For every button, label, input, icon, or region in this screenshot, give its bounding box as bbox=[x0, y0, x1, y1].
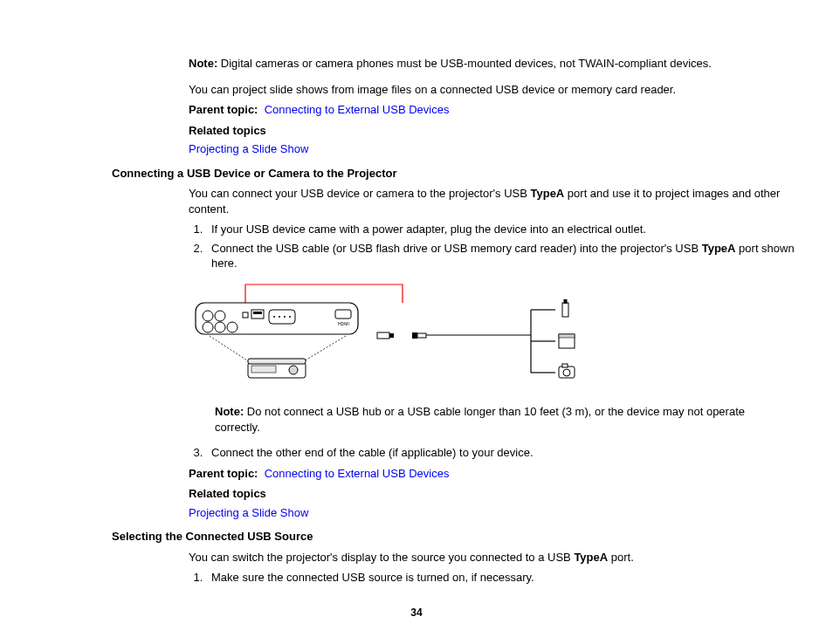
text-fragment: Connect the USB cable (or USB flash driv… bbox=[211, 242, 702, 255]
ordered-list-2: Connect the other end of the cable (if a… bbox=[189, 445, 798, 461]
typea-bold: TypeA bbox=[702, 242, 736, 255]
svg-rect-22 bbox=[412, 332, 417, 339]
step-text: Connect the other end of the cable (if a… bbox=[211, 446, 534, 459]
text-fragment: You can switch the projector's display t… bbox=[189, 551, 574, 564]
svg-rect-29 bbox=[562, 303, 568, 317]
text-fragment: port. bbox=[608, 551, 634, 564]
svg-text:HDMI: HDMI bbox=[338, 321, 349, 326]
paragraph-connect-intro: You can connect your USB device or camer… bbox=[189, 186, 798, 216]
related-topics-row-1: Related topics bbox=[189, 123, 798, 139]
note-block-1: Note: Digital cameras or camera phones m… bbox=[189, 56, 798, 72]
steps-container-2: Connect the other end of the cable (if a… bbox=[189, 445, 798, 461]
typea-bold: TypeA bbox=[574, 551, 608, 564]
related-link-row-1: Projecting a Slide Show bbox=[189, 141, 798, 157]
heading-selecting: Selecting the Connected USB Source bbox=[112, 529, 798, 545]
parent-topic-label: Parent topic: bbox=[189, 103, 258, 116]
page-number: 34 bbox=[0, 606, 833, 620]
step-text: If your USB device came with a power ada… bbox=[211, 223, 646, 236]
projecting-slideshow-link[interactable]: Projecting a Slide Show bbox=[189, 506, 308, 519]
note-text: Digital cameras or camera phones must be… bbox=[217, 57, 712, 70]
svg-rect-30 bbox=[564, 299, 568, 304]
related-topics-row-2: Related topics bbox=[189, 486, 798, 502]
related-topics-label: Related topics bbox=[189, 124, 266, 137]
steps-container-1: If your USB device came with a power ada… bbox=[189, 222, 798, 271]
svg-point-35 bbox=[563, 369, 570, 376]
note-label: Note: bbox=[189, 57, 217, 70]
ordered-list-1: If your USB device came with a power ada… bbox=[189, 222, 798, 271]
parent-topic-link[interactable]: Connecting to External USB Devices bbox=[265, 467, 450, 480]
svg-rect-21 bbox=[389, 333, 394, 338]
related-topics-label: Related topics bbox=[189, 487, 266, 500]
paragraph-select-intro: You can switch the projector's display t… bbox=[189, 550, 798, 565]
parent-topic-link[interactable]: Connecting to External USB Devices bbox=[265, 103, 450, 116]
parent-topic-row-1: Parent topic: Connecting to External USB… bbox=[189, 102, 798, 118]
note-block-2: Note: Do not connect a USB hub or a USB … bbox=[215, 404, 789, 435]
steps-container-3: Make sure the connected USB source is tu… bbox=[189, 570, 798, 586]
svg-rect-17 bbox=[248, 359, 306, 364]
list-item: If your USB device came with a power ada… bbox=[206, 222, 798, 237]
list-item: Connect the other end of the cable (if a… bbox=[206, 445, 798, 461]
list-item: Make sure the connected USB source is tu… bbox=[206, 570, 798, 586]
svg-point-18 bbox=[289, 366, 298, 374]
page: Note: Digital cameras or camera phones m… bbox=[0, 0, 833, 644]
heading-connecting: Connecting a USB Device or Camera to the… bbox=[112, 166, 798, 182]
list-item: Connect the USB cable (or USB flash driv… bbox=[206, 241, 798, 271]
page-content: Note: Digital cameras or camera phones m… bbox=[112, 56, 798, 586]
svg-point-7 bbox=[273, 316, 275, 318]
step-text: Make sure the connected USB source is tu… bbox=[211, 571, 534, 584]
svg-rect-32 bbox=[559, 334, 575, 338]
svg-rect-12 bbox=[253, 312, 262, 314]
parent-topic-label: Parent topic: bbox=[189, 467, 258, 480]
paragraph-slideshows: You can project slide shows from image f… bbox=[189, 82, 798, 98]
note-label: Note: bbox=[215, 405, 244, 418]
svg-rect-19 bbox=[251, 366, 276, 373]
svg-rect-0 bbox=[196, 303, 358, 334]
svg-point-8 bbox=[279, 316, 280, 318]
related-link-row-2: Projecting a Slide Show bbox=[189, 505, 798, 521]
note-text: Do not connect a USB hub or a USB cable … bbox=[215, 405, 745, 434]
text-fragment: You can connect your USB device or camer… bbox=[189, 187, 530, 200]
svg-point-10 bbox=[289, 316, 291, 318]
svg-rect-23 bbox=[417, 333, 426, 338]
svg-rect-34 bbox=[562, 364, 568, 367]
svg-point-9 bbox=[284, 316, 286, 318]
ordered-list-3: Make sure the connected USB source is tu… bbox=[189, 570, 798, 586]
svg-rect-20 bbox=[377, 332, 389, 339]
parent-topic-row-2: Parent topic: Connecting to External USB… bbox=[189, 466, 798, 482]
connection-diagram: HDMI bbox=[189, 284, 599, 388]
typea-bold: TypeA bbox=[530, 187, 564, 200]
projecting-slideshow-link[interactable]: Projecting a Slide Show bbox=[189, 142, 308, 155]
